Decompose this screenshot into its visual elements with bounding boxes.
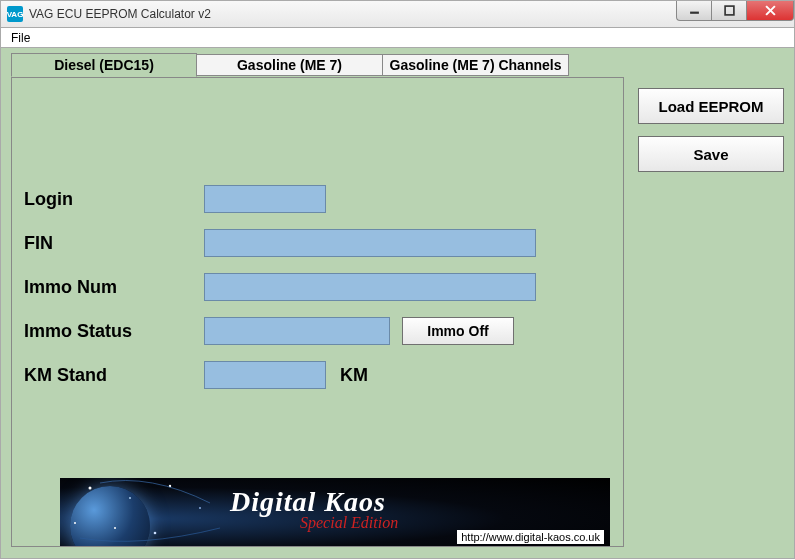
menu-file[interactable]: File <box>5 29 36 47</box>
immonum-input[interactable] <box>204 273 536 301</box>
immostatus-input[interactable] <box>204 317 390 345</box>
tab-gasoline-me7-channels[interactable]: Gasoline (ME 7) Channels <box>383 54 569 76</box>
row-kmstand: KM Stand KM <box>24 360 594 390</box>
maximize-button[interactable] <box>711 1 746 21</box>
login-input[interactable] <box>204 185 326 213</box>
window-title: VAG ECU EEPROM Calculator v2 <box>29 7 211 21</box>
tab-label: Diesel (EDC15) <box>54 57 154 73</box>
immostatus-label: Immo Status <box>24 321 204 342</box>
immo-off-button[interactable]: Immo Off <box>402 317 514 345</box>
tab-gasoline-me7[interactable]: Gasoline (ME 7) <box>197 54 383 76</box>
menu-bar: File <box>0 28 795 48</box>
immonum-label: Immo Num <box>24 277 204 298</box>
window-titlebar: VAG VAG ECU EEPROM Calculator v2 <box>0 0 795 28</box>
main-panel: Diesel (EDC15) Gasoline (ME 7) Gasoline … <box>1 48 634 558</box>
tab-label: Gasoline (ME 7) <box>237 57 342 73</box>
save-button[interactable]: Save <box>638 136 784 172</box>
svg-point-7 <box>199 507 201 509</box>
kmstand-input[interactable] <box>204 361 326 389</box>
row-fin: FIN <box>24 228 594 258</box>
window-controls <box>676 1 794 21</box>
tab-content: Login FIN Immo Num Immo Status Immo Off <box>11 77 624 547</box>
banner-url: http://www.digital-kaos.co.uk <box>457 530 604 544</box>
banner-text: Digital Kaos Special Edition <box>230 486 398 532</box>
login-label: Login <box>24 189 204 210</box>
tab-label: Gasoline (ME 7) Channels <box>390 57 562 73</box>
client-area: Diesel (EDC15) Gasoline (ME 7) Gasoline … <box>0 48 795 559</box>
km-unit-label: KM <box>340 365 368 386</box>
svg-point-4 <box>89 487 92 490</box>
row-immonum: Immo Num <box>24 272 594 302</box>
row-login: Login <box>24 184 594 214</box>
banner-sub-text: Special Edition <box>300 514 398 532</box>
svg-point-9 <box>154 532 157 535</box>
side-panel: Load EEPROM Save <box>634 48 794 558</box>
svg-point-6 <box>169 485 171 487</box>
fin-label: FIN <box>24 233 204 254</box>
banner: Digital Kaos Special Edition http://www.… <box>60 478 610 546</box>
close-button[interactable] <box>746 1 794 21</box>
kmstand-label: KM Stand <box>24 365 204 386</box>
fin-input[interactable] <box>204 229 536 257</box>
form-area: Login FIN Immo Num Immo Status Immo Off <box>24 184 594 404</box>
app-icon: VAG <box>7 6 23 22</box>
minimize-button[interactable] <box>676 1 711 21</box>
load-eeprom-button[interactable]: Load EEPROM <box>638 88 784 124</box>
svg-rect-1 <box>725 6 734 15</box>
row-immostatus: Immo Status Immo Off <box>24 316 594 346</box>
tab-diesel-edc15[interactable]: Diesel (EDC15) <box>11 53 197 77</box>
tabs-strip: Diesel (EDC15) Gasoline (ME 7) Gasoline … <box>1 48 634 78</box>
globe-icon <box>70 486 150 546</box>
